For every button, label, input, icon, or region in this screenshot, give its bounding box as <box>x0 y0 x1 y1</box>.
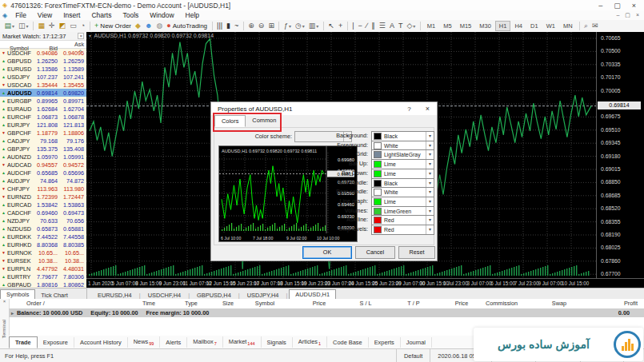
terminal-column-1[interactable]: Time <box>142 300 155 307</box>
market-watch-row[interactable]: ▲EURJPY121.808121.813 <box>0 121 86 129</box>
dialog-close-icon[interactable]: × <box>418 105 437 113</box>
zoom-out-button[interactable]: ⊖ <box>256 21 266 31</box>
chat-icon[interactable]: ✉ <box>590 21 601 31</box>
terminal-tab-articles[interactable]: Articles1 <box>293 336 327 348</box>
terminal-column-4[interactable]: Symbol <box>255 300 274 307</box>
menu-window[interactable]: Window <box>144 11 179 19</box>
market-watch-row[interactable]: ▲EURCHF1.068731.06878 <box>0 113 86 121</box>
market-watch-row[interactable]: ▲EURGBP0.899650.89971 <box>0 97 86 105</box>
line-chart-button[interactable]: ~ <box>233 21 241 31</box>
community-button[interactable]: ☻ <box>142 21 154 31</box>
menu-charts[interactable]: Charts <box>86 11 117 19</box>
terminal-tab-exposure[interactable]: Exposure <box>38 337 74 348</box>
market-watch-row[interactable]: ▲EURTRY7.796777.80306 <box>0 272 86 280</box>
expert-advisors-button[interactable]: ◆ <box>134 21 143 31</box>
bar-chart-button[interactable]: ||| <box>215 21 225 31</box>
navigator-toggle[interactable]: ◩ <box>57 21 68 31</box>
market-watch-row[interactable]: ▲GBPJPY135.375135.408 <box>0 145 86 153</box>
market-watch-row[interactable]: ▼GBPCHF1.187791.18806 <box>0 129 86 137</box>
templates-button[interactable]: ▥▾ <box>306 21 321 31</box>
terminal-column-9[interactable]: Commission <box>486 300 518 307</box>
terminal-tab-code-base[interactable]: Code Base <box>327 337 369 348</box>
market-watch-row[interactable]: ▼CHFJPY113.963113.980 <box>0 185 86 193</box>
market-watch-row[interactable]: ▼EURSEK10.38...10.38... <box>0 257 86 265</box>
maximize-button[interactable]: ▢ <box>614 2 621 10</box>
crosshair-tool[interactable]: + <box>336 21 344 31</box>
terminal-column-3[interactable]: Size <box>222 300 234 307</box>
zoom-in-button[interactable]: ⊕ <box>246 21 257 31</box>
terminal-tab-trade[interactable]: Trade <box>9 336 38 348</box>
text-tool[interactable]: A <box>387 21 396 31</box>
timeframe-d1-button[interactable]: D1 <box>527 21 542 31</box>
terminal-tab-alerts[interactable]: Alerts <box>160 337 187 348</box>
terminal-column-5[interactable]: Price <box>313 300 326 307</box>
market-watch-row[interactable]: ▲AUDNZD1.059701.05991 <box>0 153 86 161</box>
market-watch-toggle[interactable]: ▦ <box>36 21 47 31</box>
market-watch-row[interactable]: ▼EURNOK10.65...10.65... <box>0 249 86 257</box>
vertical-line-tool[interactable]: | <box>350 21 356 31</box>
profiles-button[interactable]: ◫▾ <box>17 21 31 31</box>
channel-tool[interactable]: ∥ <box>370 21 378 31</box>
market-watch-row[interactable]: ▲CADJPY79.16879.176 <box>0 137 86 145</box>
market-watch-row[interactable]: ▲EURAUD1.626841.62704 <box>0 105 86 113</box>
market-watch-row[interactable]: ▲USDJPY107.237107.241 <box>0 73 86 81</box>
timeframe-m30-button[interactable]: M30 <box>476 21 495 31</box>
close-button[interactable]: × <box>632 2 636 10</box>
dialog-help-icon[interactable]: ? <box>400 105 418 113</box>
chart-price-axis[interactable]: 0.69814 0.706650.705000.703350.701700.70… <box>596 32 644 278</box>
property-dropdown-stop-levels[interactable]: Red▾ <box>371 225 434 235</box>
shapes-tool[interactable]: ◇▾ <box>405 21 418 31</box>
market-watch-row[interactable]: ▼AUDCAD0.945570.94572 <box>0 161 86 169</box>
cursor-tool[interactable]: ↖ <box>326 21 337 31</box>
mdi-minimize-button[interactable]: – <box>616 12 619 18</box>
mql5-website-button[interactable]: ◍ <box>154 21 165 31</box>
terminal-close-icon[interactable]: × <box>0 299 9 304</box>
timeframe-mn-button[interactable]: MN <box>559 21 576 31</box>
autotrading-button[interactable]: ●AutoTrading <box>165 21 210 31</box>
cancel-button[interactable]: Cancel <box>355 246 395 259</box>
market-watch-row[interactable]: ▼USDCAD1.354441.35455 <box>0 81 86 89</box>
market-watch-row[interactable]: ▲AUDCHF0.656850.65696 <box>0 169 86 177</box>
new-order-button[interactable]: +New Order <box>93 21 134 31</box>
timeframe-m1-button[interactable]: M1 <box>423 21 438 31</box>
market-watch-row[interactable]: ▲EURCAD1.538421.53863 <box>0 201 86 209</box>
market-watch-row[interactable]: ▼USDCHF0.940860.94096 <box>0 49 86 57</box>
minimize-button[interactable]: – <box>598 2 602 10</box>
terminal-tab-experts[interactable]: Experts <box>369 337 401 348</box>
menu-help[interactable]: Help <box>180 11 205 19</box>
market-watch-row[interactable]: ▲AUDUSD0.698140.69820 <box>0 89 86 97</box>
market-watch-row[interactable]: ▲EURHKD8.803688.80385 <box>0 241 86 249</box>
market-watch-row[interactable]: ▼EURPLN4.477924.48031 <box>0 265 86 272</box>
menu-tools[interactable]: Tools <box>117 11 144 19</box>
terminal-column-10[interactable]: Swap <box>552 300 566 307</box>
new-chart-button[interactable]: ▤▾ <box>2 21 17 31</box>
terminal-column-6[interactable]: S / L <box>359 300 371 307</box>
ok-button[interactable]: OK <box>302 246 352 259</box>
mdi-close-button[interactable]: × <box>636 12 639 18</box>
search-icon[interactable]: ⌕ <box>582 21 590 31</box>
candlestick-chart-button[interactable]: ▮ <box>225 21 233 31</box>
market-watch-row[interactable]: ▲EURUSD1.135861.13589 <box>0 65 86 73</box>
timeframe-h4-button[interactable]: H4 <box>511 21 526 31</box>
terminal-column-7[interactable]: T / P <box>407 300 419 307</box>
menu-file[interactable]: File <box>10 11 32 19</box>
terminal-tab-market[interactable]: Market144 <box>223 336 262 348</box>
terminal-tab-news[interactable]: News99 <box>128 336 161 348</box>
menu-view[interactable]: View <box>32 11 58 19</box>
terminal-tab-mailbox[interactable]: Mailbox7 <box>187 336 223 348</box>
timeframe-m15-button[interactable]: M15 <box>456 21 475 31</box>
strategy-tester-toggle[interactable]: ◔ <box>78 21 86 31</box>
market-watch-close-icon[interactable]: × <box>78 33 84 39</box>
data-window-toggle[interactable]: ✛ <box>47 21 58 31</box>
market-watch-row[interactable]: ▲NZDJPY70.63370.656 <box>0 217 86 225</box>
tile-windows-button[interactable]: ⊞ <box>266 21 277 31</box>
indicators-button[interactable]: ƒ▾ <box>282 21 293 31</box>
timeframe-h1-button[interactable]: H1 <box>495 21 510 31</box>
terminal-tab-account-history[interactable]: Account History <box>74 337 128 348</box>
menu-insert[interactable]: Insert <box>58 11 86 19</box>
reset-button[interactable]: Reset <box>398 246 435 259</box>
market-watch-row[interactable]: ▲EURDKK7.445227.44558 <box>0 233 86 241</box>
trendline-tool[interactable]: ∕ <box>364 21 370 31</box>
market-watch-row[interactable]: ▲AUDJPY74.86474.872 <box>0 177 86 185</box>
market-watch-column-header[interactable]: Symbol Bid Ask ^ <box>0 41 86 49</box>
